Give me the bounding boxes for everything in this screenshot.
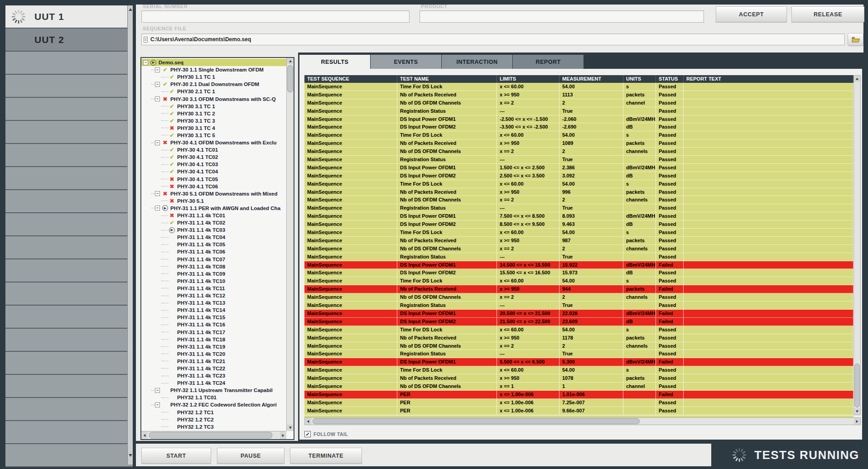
uut-empty-row[interactable] — [5, 144, 133, 167]
tree-item[interactable]: ▶PHY-31 1.1 4k TC03 — [141, 226, 286, 234]
table-row[interactable]: MainSequenceDS Input Power OFDM15.500 <=… — [304, 358, 854, 366]
tree-item[interactable]: PHY32 1.2 TC2 — [141, 416, 286, 423]
tree-item[interactable]: PHY-31 1.1 4k TC17 — [141, 328, 286, 335]
col-header-measurement[interactable]: MEASUREMENT — [559, 75, 623, 83]
table-row[interactable]: MainSequenceNb of Packets Receivedx >= 9… — [304, 237, 854, 245]
tree-item[interactable]: PHY32 1.2 TC1 — [141, 409, 286, 416]
collapse-icon[interactable]: − — [155, 388, 160, 393]
tree-item[interactable]: −✔PHY-30 2.1 Dual Downstream OFDM — [141, 81, 286, 88]
tree-item[interactable]: ✖PHY30 3.1 TC 4 — [141, 124, 286, 132]
tab-interaction[interactable]: INTERACTION — [442, 55, 512, 69]
uut-empty-row[interactable] — [5, 259, 133, 282]
table-row[interactable]: MainSequenceRegistration Status---TruePa… — [304, 107, 854, 115]
uut-empty-row[interactable] — [5, 52, 133, 75]
serial-number-input[interactable] — [141, 10, 410, 23]
table-horizontal-scrollbar[interactable] — [304, 417, 861, 425]
table-row[interactable]: MainSequenceNb of DS OFDM Channelsx == 2… — [304, 245, 854, 253]
uut-item-1[interactable]: UUT 1 — [5, 5, 133, 29]
tree-item[interactable]: ✔PHY-30 4.1 TC01 — [141, 146, 286, 153]
tree-item[interactable]: PHY-31 1.1 4k TC22 — [141, 365, 286, 372]
tree-item[interactable]: PHY-31 1.1 4k TC19 — [141, 343, 286, 350]
table-row[interactable]: MainSequenceTime For DS Lockx <= 60.0054… — [304, 326, 854, 334]
accept-button[interactable]: ACCEPT — [716, 6, 787, 22]
table-row[interactable]: MainSequenceDS Input Power OFDM17.500 <=… — [304, 212, 854, 220]
tree-item[interactable]: PHY-31 1.1 4k TC04 — [141, 234, 286, 241]
table-row[interactable]: MainSequenceNb of Packets Receivedx >= 9… — [304, 188, 854, 196]
tree-item[interactable]: −✔PHY-30 1.1 Single Downstream OFDM — [141, 66, 286, 73]
table-row[interactable]: MainSequenceNb of Packets Receivedx >= 9… — [304, 91, 854, 99]
collapse-icon[interactable]: − — [155, 140, 160, 145]
table-row[interactable]: MainSequenceRegistration Status---TruePa… — [304, 302, 854, 310]
tree-item[interactable]: PHY-31 1.1 4k TC16 — [141, 321, 286, 328]
table-row[interactable]: MainSequencePERx <= 1.00e-0069.66e-007Pa… — [304, 407, 854, 415]
col-header-test-name[interactable]: TEST NAME — [397, 75, 497, 83]
table-row[interactable]: MainSequenceTime For DS Lockx <= 60.0054… — [304, 277, 854, 285]
tree-vertical-scrollbar[interactable] — [286, 58, 294, 431]
tree-item[interactable]: PHY-31 1.1 4k TC05 — [141, 241, 286, 248]
uut-empty-row[interactable] — [5, 236, 133, 259]
table-row[interactable]: MainSequenceNb of DS OFDM Channelsx == 2… — [304, 196, 854, 204]
tree-item[interactable]: PHY32 1.1 TC01 — [141, 394, 286, 401]
collapse-icon[interactable]: − — [155, 402, 160, 407]
tab-report[interactable]: REPORT — [513, 55, 583, 69]
tree-item[interactable]: PHY-31 1.1 4k TC14 — [141, 306, 286, 314]
uut-empty-row[interactable] — [5, 167, 133, 190]
tree-item[interactable]: PHY-31 1.1 4k TC06 — [141, 248, 286, 255]
tree-item[interactable]: PHY-31 1.1 4k TC10 — [141, 278, 286, 285]
collapse-icon[interactable]: − — [143, 60, 148, 65]
tree-item[interactable]: ✖PHY-30 5.1 — [141, 197, 286, 205]
tree-item[interactable]: PHY-31 1.1 4k TC08 — [141, 263, 286, 270]
scroll-thumb[interactable] — [149, 432, 272, 439]
tree-item[interactable]: PHY-31 1.1 4k TC09 — [141, 270, 286, 278]
follow-tail-checkbox[interactable]: ✓ — [304, 431, 311, 437]
uut-empty-row[interactable] — [5, 398, 133, 421]
col-header-status[interactable]: STATUS — [656, 75, 684, 83]
tree-item[interactable]: PHY-31 1.1 4k TC20 — [141, 350, 286, 358]
scroll-thumb[interactable] — [313, 418, 640, 424]
tree-item[interactable]: ✔PHY30 1.1 TC 1 — [141, 73, 286, 81]
table-row[interactable]: MainSequencePERx <= 1.00e-0061.01e-006Fa… — [304, 391, 854, 399]
tree-item[interactable]: −✖PHY-30 4.1 OFDM Downstreams with Exclu — [141, 139, 286, 146]
table-row[interactable]: MainSequenceDS Input Power OFDM120.500 <… — [304, 310, 854, 318]
col-header-test-sequence[interactable]: TEST SEQUENCE — [304, 75, 397, 83]
table-row[interactable]: MainSequenceNb of DS OFDM Channelsx == 2… — [304, 148, 854, 156]
scroll-down-icon[interactable] — [287, 425, 294, 431]
tree-item[interactable]: ✔PHY30 3.1 TC 3 — [141, 117, 286, 124]
browse-button[interactable] — [848, 33, 863, 46]
table-row[interactable]: MainSequenceTime For DS Lockx <= 60.0054… — [304, 366, 854, 374]
uut-empty-row[interactable] — [5, 444, 133, 467]
product-input[interactable] — [420, 10, 704, 23]
table-row[interactable]: MainSequenceTime For DS Lockx <= 60.0054… — [304, 83, 854, 91]
scroll-left-icon[interactable] — [305, 418, 311, 425]
scroll-thumb[interactable] — [287, 65, 293, 92]
tree-item[interactable]: −PHY-32 1.2 FEC Codeword Selection Algor… — [141, 401, 286, 408]
uut-empty-row[interactable] — [5, 329, 133, 352]
collapse-icon[interactable]: − — [155, 82, 160, 87]
table-row[interactable]: MainSequenceRegistration Status---TruePa… — [304, 156, 854, 164]
tree-item[interactable]: ✔PHY-30 4.1 TC02 — [141, 153, 286, 161]
table-vertical-scrollbar[interactable] — [854, 75, 861, 415]
table-row[interactable]: MainSequenceDS Input Power OFDM28.500 <=… — [304, 220, 854, 229]
tree-item[interactable]: ✔PHY30 3.1 TC 2 — [141, 110, 286, 117]
scroll-up-icon[interactable] — [854, 76, 860, 82]
table-row[interactable]: MainSequenceNb of DS OFDM Channelsx == 2… — [304, 342, 854, 350]
col-header-report-text[interactable]: REPORT TEXT — [684, 75, 854, 83]
tree-item[interactable]: PHY32 1.2 TC3 — [141, 423, 286, 431]
tree-item[interactable]: ✔PHY30 3.1 TC 1 — [141, 103, 286, 110]
tree-item[interactable]: −PHY-32 1.1 Upstream Transmitter Capabil — [141, 387, 286, 394]
tree-item[interactable]: ✔PHY30 2.1 TC 1 — [141, 88, 286, 95]
tree-item[interactable]: PHY-31 1.1 4k TC21 — [141, 358, 286, 365]
scroll-left-icon[interactable] — [141, 431, 148, 439]
table-row[interactable]: MainSequenceDS Input Power OFDM114.500 <… — [304, 261, 854, 269]
scroll-up-icon[interactable] — [287, 58, 294, 64]
table-row[interactable]: MainSequenceNb of Packets Receivedx >= 9… — [304, 334, 854, 342]
tree-item[interactable]: ✖PHY-30 4.1 TC05 — [141, 176, 286, 183]
collapse-icon[interactable]: − — [155, 67, 160, 72]
table-row[interactable]: MainSequenceNb of Packets Receivedx >= 9… — [304, 139, 854, 148]
tree-item[interactable]: PHY-31 1.1 4k TC07 — [141, 256, 286, 263]
table-row[interactable]: MainSequenceDS Input Power OFDM1-2.500 <… — [304, 115, 854, 124]
release-button[interactable]: RELEASE — [791, 6, 864, 22]
tree-horizontal-scrollbar[interactable] — [141, 431, 286, 439]
table-row[interactable]: MainSequenceNb of Packets Receivedx >= 9… — [304, 374, 854, 383]
sequence-file-input[interactable]: C:\Users\Averna\Documents\Demo.seq — [141, 34, 845, 45]
